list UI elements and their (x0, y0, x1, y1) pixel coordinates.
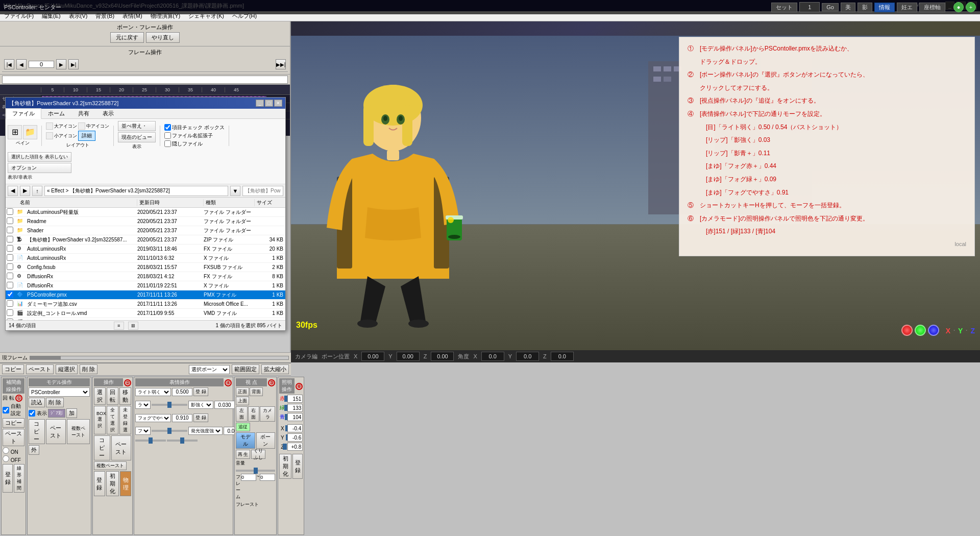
morph-eye-select[interactable]: ライト弱く (135, 388, 171, 396)
box-select-btn[interactable]: BOX選択 (94, 406, 106, 434)
reg-btn-b[interactable]: 登 録 (94, 471, 105, 496)
fe-current-view-btn[interactable]: 現在のビュー (118, 132, 156, 142)
fe-file-checkbox[interactable] (7, 300, 17, 308)
fe-close-btn[interactable]: ✕ (274, 100, 282, 107)
fe-file-checkbox[interactable] (7, 263, 17, 271)
fe-tab-share[interactable]: 共有 (71, 108, 96, 119)
fe-file-checkbox[interactable] (7, 245, 17, 253)
all-select-btn[interactable]: 全て選択 (107, 406, 118, 434)
fe-file-row[interactable]: ⚙ DiffusionRx 2018/03/21 4:12 FX ファイル 8 … (6, 272, 285, 281)
fe-path-bar[interactable]: « Effect > 【角砂糖】PowerShader v3.2[sm32258… (44, 186, 228, 196)
fe-small-icon-btn[interactable]: 小アイコン (46, 131, 77, 141)
play-btn[interactable]: 再 生 (236, 450, 250, 459)
frame-next-btn[interactable]: ▶ (56, 59, 66, 69)
x-light-val[interactable] (287, 424, 303, 432)
col-name[interactable]: 名前 (18, 199, 137, 206)
frame-end-btn[interactable]: ▶| (68, 59, 79, 69)
reg-btn-s[interactable]: 登 録 (3, 464, 13, 493)
viewport[interactable]: ① [モデル操作パネル]からPSContoller.pmxを読み込むか、 ドラッ… (291, 21, 980, 350)
info-btn[interactable]: 情報 (874, 3, 895, 12)
morph-lip-input[interactable] (214, 401, 235, 409)
go-input[interactable] (799, 2, 820, 12)
fe-medium-icon-btn[interactable]: 中アイコン (78, 123, 109, 130)
move-btn[interactable]: 移 動 (119, 387, 131, 405)
morph-other-select[interactable]: 発光強度強 (188, 427, 223, 435)
model-select-btn[interactable]: モデル (236, 432, 255, 449)
range-fix-btn[interactable]: 範囲固定 (232, 364, 259, 374)
model-select[interactable]: PSController (29, 387, 90, 397)
morph-lip-select[interactable]: 影強く (188, 401, 213, 409)
fe-checkbox-hidden[interactable]: 隠しファイル (164, 140, 225, 148)
fe-large-icon-btn[interactable]: 大アイコン (46, 123, 77, 130)
fe-file-row[interactable]: 📁 Readme 2020/05/21 23:37 ファイル フォルダー (6, 217, 285, 226)
fe-file-checkbox[interactable] (7, 227, 17, 234)
auto-set-checkbox[interactable]: 自動設定 (3, 403, 24, 417)
fe-tab-view[interactable]: 表示 (96, 108, 120, 119)
frame-start-btn[interactable]: |◀ (4, 59, 14, 69)
fe-search-input[interactable] (242, 186, 283, 196)
coord-btn[interactable]: 座標軸 (919, 3, 945, 12)
morph-slider4[interactable] (167, 440, 198, 442)
frame-start-input[interactable] (241, 474, 256, 481)
fe-file-row[interactable]: 📁 AutoLuminousP軽量版 2020/05/21 23:37 ファイル… (6, 208, 285, 217)
filter-input[interactable] (2, 76, 288, 84)
fe-file-row[interactable]: ⚙ Config.fxsub 2018/03/21 15:57 FXSUB ファ… (6, 263, 285, 272)
copy-btn-m[interactable]: コピー (29, 419, 45, 444)
paste-btn-m[interactable]: ペースト (46, 419, 66, 444)
vol-slider[interactable] (236, 470, 275, 472)
left-btn[interactable]: 左面 (236, 406, 248, 422)
fe-file-row[interactable]: 📊 ダミーモーフ追加.csv 2017/11/11 13:26 Microsof… (6, 300, 285, 309)
delete-btn[interactable]: 削 除 (80, 364, 97, 374)
redo-button[interactable]: やり直し (146, 32, 180, 43)
ay-input[interactable] (516, 352, 539, 361)
morph-eye-reg-btn[interactable]: 登 録 (193, 387, 208, 396)
col-type[interactable]: 種類 (204, 199, 255, 206)
rep-paste-btn-m[interactable]: 複数ペースト (67, 419, 90, 444)
green-val[interactable] (287, 404, 303, 412)
fe-sort-btn[interactable]: 並べ替え・ (118, 121, 156, 131)
v-select-btn[interactable]: 縦選択 (56, 364, 78, 374)
load-btn[interactable]: 読込 (29, 398, 45, 407)
fe-checkbox-items[interactable]: 項目チェック ボックス (164, 124, 225, 131)
rep-paste-btn-b[interactable]: 複数ペースト (94, 461, 127, 470)
fe-back-btn[interactable]: ◀ (8, 186, 18, 196)
fe-up-btn[interactable]: ↑ (32, 186, 42, 196)
morph-tab2[interactable]: フォグでやす... (135, 427, 151, 435)
follow-btn[interactable]: 追従 (236, 423, 250, 431)
fe-file-checkbox[interactable] (7, 208, 17, 216)
morph-slider2[interactable] (152, 430, 187, 432)
frame-input[interactable] (29, 61, 54, 68)
fe-file-row[interactable]: 🗜 【角砂糖】PowerShader v3.2[sm3225587... 202… (6, 235, 285, 245)
bpz-input[interactable] (431, 352, 454, 361)
fe-minimize-btn[interactable]: _ (256, 100, 264, 107)
env-btn[interactable]: 妊エ (897, 3, 917, 12)
fe-file-row[interactable]: ⚙ AutoLuminousRx 2019/03/11 18:46 FX ファイ… (6, 245, 285, 254)
morph-mayu-reg-btn[interactable]: 登 録 (193, 413, 208, 422)
fe-file-row[interactable]: 🎬 設定例_照明.vmd 2017/11/09 9:01 VMD ファイル 1 … (6, 318, 285, 320)
unreg-btn[interactable]: 未登録選 (119, 406, 131, 434)
fe-forward-btn[interactable]: ▶ (20, 186, 30, 196)
fe-hide-selected-btn[interactable]: 選択した項目を 表示しない (8, 152, 71, 162)
undo-button[interactable]: 元に戻す (110, 32, 144, 43)
fe-maximize-btn[interactable]: □ (265, 100, 273, 107)
morph-slider1[interactable] (152, 404, 187, 406)
timeline-scrollbar[interactable] (30, 356, 289, 360)
fe-file-checkbox[interactable] (7, 309, 17, 317)
paste-btn-b[interactable]: ペースト (111, 435, 131, 460)
frame-prev-btn[interactable]: ◀ (16, 59, 27, 69)
paste-btn-s[interactable]: ペースト (3, 429, 24, 446)
del-btn[interactable]: 削 除 (46, 398, 64, 407)
morph-eye-input[interactable] (172, 388, 192, 396)
morph-mayu-select[interactable]: フォグでやす... (135, 414, 171, 422)
go-btn[interactable]: Go (822, 3, 839, 11)
frame-end-input[interactable] (260, 474, 275, 481)
right-btn[interactable]: 右面 (248, 406, 260, 422)
copy-btn-b[interactable]: コピー (94, 435, 110, 460)
outside-btn[interactable]: 外 (29, 445, 39, 455)
rotate-bone-btn[interactable]: 回 転 (107, 387, 118, 405)
fe-file-row[interactable]: 📄 DiffusionRx 2011/01/19 22:51 X ファイル 1 … (6, 281, 285, 290)
fe-tab-file[interactable]: ファイル (6, 108, 41, 119)
add-btn[interactable]: 加 (66, 408, 77, 418)
az-input[interactable] (551, 352, 574, 361)
fe-file-checkbox[interactable] (7, 282, 17, 289)
